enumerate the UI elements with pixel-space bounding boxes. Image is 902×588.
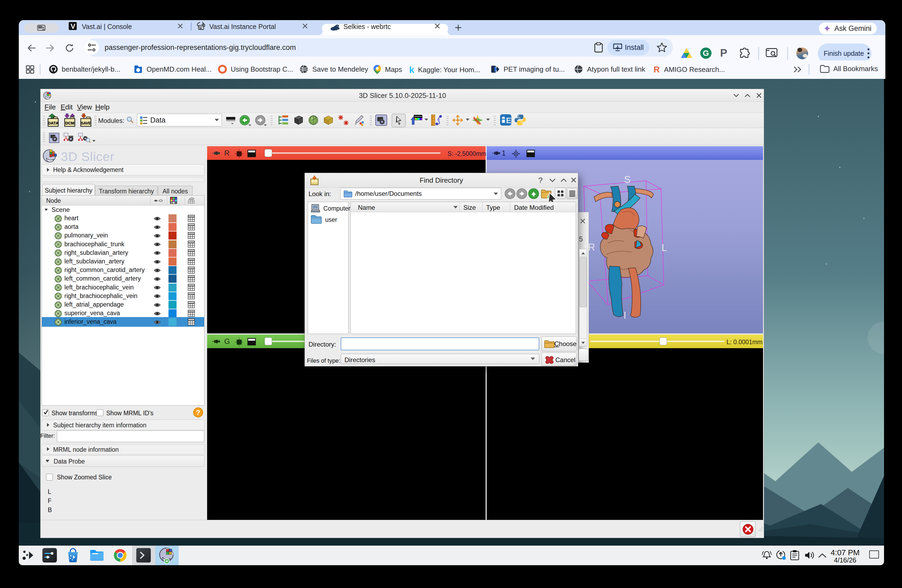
svg-text:L: L: [662, 242, 667, 253]
svg-text:DATA: DATA: [48, 121, 58, 125]
svg-text:E: E: [506, 116, 511, 125]
svg-text:S: S: [624, 174, 631, 185]
svg-text:I: I: [623, 310, 626, 321]
svg-text:R: R: [588, 242, 595, 253]
svg-text:SAVE: SAVE: [81, 121, 91, 125]
svg-text:DCM: DCM: [65, 121, 74, 125]
